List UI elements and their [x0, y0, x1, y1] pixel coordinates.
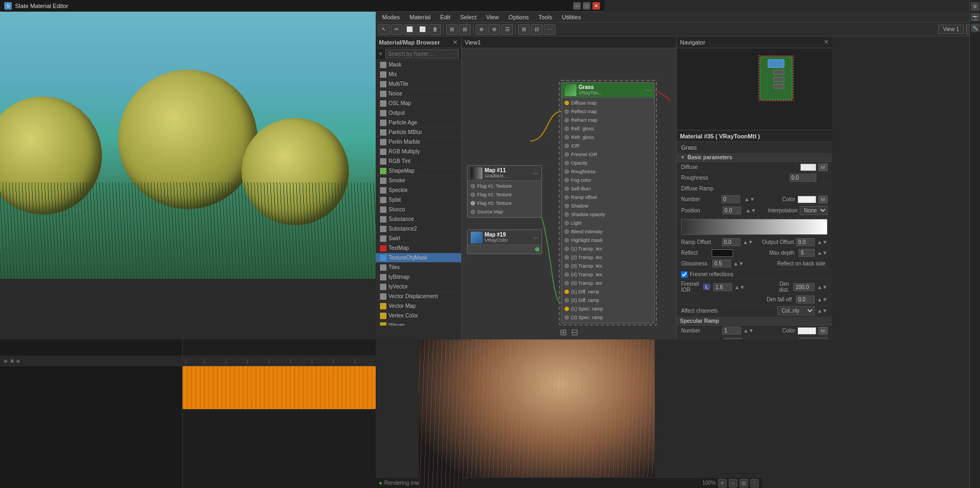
tool-11[interactable]: ⊞: [518, 24, 530, 35]
minimize-button[interactable]: ─: [573, 2, 581, 10]
diffuse-color-swatch[interactable]: [800, 164, 816, 171]
maximize-button[interactable]: □: [583, 2, 590, 10]
browser-item-rgb-multiply[interactable]: RGB Multiply: [376, 147, 461, 157]
browser-item-vector-map[interactable]: Vector Map: [376, 301, 461, 311]
right-icon-2[interactable]: 📷: [971, 13, 979, 21]
right-icon-3[interactable]: 🔧: [971, 24, 979, 32]
tool-6[interactable]: ⊞: [446, 24, 458, 35]
menu-utilities[interactable]: Utilities: [558, 13, 585, 21]
navigator-close[interactable]: ✕: [824, 39, 829, 46]
dim-falloff-input[interactable]: [796, 295, 815, 304]
svg-text:|: |: [225, 359, 226, 364]
menu-view[interactable]: View: [482, 13, 503, 21]
browser-item-multitile[interactable]: MultiTile: [376, 79, 461, 89]
navigator-minimap[interactable]: [677, 48, 832, 130]
browser-item-substance2[interactable]: Substance2: [376, 224, 461, 234]
browser-item-shapemap[interactable]: ShapeMap: [376, 166, 461, 176]
close-button[interactable]: ✕: [593, 2, 600, 10]
gradient-collapse[interactable]: —: [533, 170, 538, 176]
browser-item-rgb-tint[interactable]: RGB Tint: [376, 157, 461, 166]
menu-material[interactable]: Material: [405, 13, 435, 21]
browser-item-mix[interactable]: Mix: [376, 70, 461, 79]
menu-select[interactable]: Select: [456, 13, 481, 21]
zoom-out-button[interactable]: −: [729, 479, 737, 487]
spec-number-input[interactable]: [722, 327, 741, 335]
zoom-fit-button[interactable]: ⊡: [740, 479, 748, 487]
vray-color-collapse[interactable]: —: [533, 234, 538, 240]
grass-node[interactable]: Grass VRayToo... — Diffuse mapReflect ma…: [561, 82, 655, 323]
number-input[interactable]: [721, 195, 740, 203]
browser-item-output[interactable]: Output: [376, 108, 461, 118]
browser-item-speckle[interactable]: Speckle: [376, 186, 461, 195]
ramp-color-swatch[interactable]: [798, 196, 816, 203]
zoom-options-button[interactable]: ⋮: [750, 479, 759, 487]
vray-color-node[interactable]: Map #19 VRayColor —: [467, 230, 542, 254]
tool-3[interactable]: ⬜: [404, 24, 415, 35]
grass-node-collapse[interactable]: —: [646, 87, 651, 93]
spec-color-map-button[interactable]: M: [818, 327, 828, 335]
grass-port-label-8: Roughness: [571, 169, 596, 174]
spec-interpolation-select[interactable]: None: [800, 337, 828, 339]
fresnel-checkbox[interactable]: [681, 271, 688, 278]
glossiness-input[interactable]: [712, 260, 731, 268]
spec-color-swatch[interactable]: [798, 327, 816, 335]
tool-4[interactable]: ⬜: [416, 24, 428, 35]
fresnel-ior-input[interactable]: [713, 283, 732, 291]
browser-item-label-13: Speckle: [389, 187, 408, 193]
tool-10[interactable]: ☰: [501, 24, 513, 35]
select-tool-button[interactable]: ↖: [378, 24, 390, 35]
browser-item-tyvector[interactable]: tyVector: [376, 282, 461, 292]
position-input[interactable]: [722, 206, 741, 215]
interpolation-select[interactable]: None: [800, 206, 828, 215]
browser-item-particle-mblur[interactable]: Particle MBlur: [376, 128, 461, 137]
diffuse-map-button[interactable]: M: [818, 164, 828, 171]
roughness-input[interactable]: [789, 174, 816, 182]
menu-edit[interactable]: Edit: [436, 13, 455, 21]
tool-9[interactable]: ⊕: [488, 24, 500, 35]
spec-position-input[interactable]: [723, 338, 742, 339]
browser-item-smoke[interactable]: Smoke: [376, 176, 461, 186]
browser-item-osl-map[interactable]: OSL Map: [376, 99, 461, 108]
browser-item-textureobjmask[interactable]: TextureObjMask: [376, 253, 461, 263]
browser-item-tiles[interactable]: Tiles: [376, 263, 461, 272]
node-editor-icon-left[interactable]: ⊞: [560, 327, 567, 337]
browser-item-noise[interactable]: Noise: [376, 89, 461, 99]
view-label[interactable]: View 1: [938, 25, 964, 34]
menu-modes[interactable]: Modes: [378, 13, 404, 21]
browser-item-mask[interactable]: Mask: [376, 60, 461, 70]
browser-item-substance[interactable]: Substance: [376, 215, 461, 224]
browser-item-label-27: Waves: [389, 322, 405, 326]
browser-close-button[interactable]: ✕: [452, 39, 458, 46]
search-input[interactable]: [385, 49, 459, 58]
browser-item-tybitmap[interactable]: tyBitmap: [376, 272, 461, 282]
dim-dist-input[interactable]: [793, 283, 815, 291]
browser-item-splat[interactable]: Splat: [376, 195, 461, 205]
pencil-tool-button[interactable]: ✏: [391, 24, 403, 35]
node-editor-icon-right[interactable]: ⊟: [571, 327, 578, 337]
tool-12[interactable]: ⊟: [531, 24, 543, 35]
zoom-in-button[interactable]: +: [718, 479, 727, 487]
output-offset-input[interactable]: [796, 238, 815, 246]
browser-item-waves[interactable]: Waves: [376, 321, 461, 326]
browser-item-particle-age[interactable]: Particle Age: [376, 118, 461, 128]
menu-tools[interactable]: Tools: [534, 13, 557, 21]
tool-7[interactable]: ⊞: [459, 24, 471, 35]
max-depth-input[interactable]: [799, 249, 815, 257]
right-icon-1[interactable]: ⚙: [971, 2, 979, 11]
browser-item-stucco[interactable]: Stucco: [376, 205, 461, 215]
tool-8[interactable]: ⊕: [476, 24, 487, 35]
affect-channels-select[interactable]: Col..nly: [777, 306, 815, 315]
browser-item-perlin-marble[interactable]: Perlin Marble: [376, 137, 461, 147]
ramp-offset-input[interactable]: [722, 238, 741, 246]
reflect-color-swatch[interactable]: [712, 249, 733, 257]
tool-13[interactable]: ⋯: [544, 24, 555, 35]
menu-options[interactable]: Options: [504, 13, 533, 21]
browser-item-textmap[interactable]: TextMap: [376, 243, 461, 253]
browser-item-vector-displacement[interactable]: Vector Displacement: [376, 292, 461, 301]
browser-item-swirl[interactable]: Swirl: [376, 234, 461, 243]
browser-item-vertex-color[interactable]: Vertex Color: [376, 311, 461, 321]
delete-button[interactable]: 🗑: [429, 24, 441, 35]
gradient-node[interactable]: Map #11 Gradient... — Flag #1: Texture F…: [467, 165, 542, 218]
ramp-color-map-button[interactable]: M: [818, 196, 828, 203]
browser-item-icon-11: [380, 168, 386, 174]
